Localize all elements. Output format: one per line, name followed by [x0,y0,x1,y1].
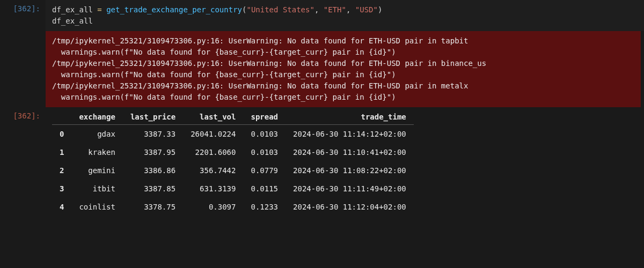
cell-idx: 0 [52,125,71,144]
col-last-price: last_price [123,109,183,125]
warn-line: /tmp/ipykernel_25321/3109473306.py:16: U… [52,81,468,90]
cell-trade-time: 2024-06-30 11:11:49+02:00 [286,180,414,198]
output-prompt-label: [362]: [0,107,46,124]
warn-line: /tmp/ipykernel_25321/3109473306.py:16: U… [52,59,486,68]
code-sep1: , [314,5,324,14]
table-row: 4 coinlist 3378.75 0.3097 0.1233 2024-06… [52,198,414,216]
table-row: 1 kraken 3387.95 2201.6060 0.0103 2024-0… [52,143,414,161]
input-prompt-label: [362]: [0,0,46,17]
cell-spread: 0.0779 [243,161,286,180]
cell-spread: 0.0115 [243,180,286,198]
cell-exchange: gemini [71,161,122,180]
col-trade-time: trade_time [286,109,414,125]
cell-last-price: 3387.85 [123,180,183,198]
cell-trade-time: 2024-06-30 11:14:12+02:00 [286,125,414,144]
cell-spread: 0.0103 [243,143,286,161]
code-fn: get_trade_exchange_per_country [106,5,242,14]
cell-last-price: 3387.95 [123,143,183,161]
dataframe-table: exchange last_price last_vol spread trad… [52,109,414,216]
table-row: 3 itbit 3387.85 631.3139 0.0115 2024-06-… [52,180,414,198]
cell-last-price: 3386.86 [123,161,183,180]
table-header-row: exchange last_price last_vol spread trad… [52,109,414,125]
cell-last-vol: 2201.6060 [183,143,243,161]
code-arg3: "USD" [355,5,378,14]
warn-line: /tmp/ipykernel_25321/3109473306.py:16: U… [52,36,468,45]
code-var: df_ex_all [52,5,93,14]
dataframe-output: exchange last_price last_vol spread trad… [46,107,644,216]
table-row: 2 gemini 3386.86 356.7442 0.0779 2024-06… [52,161,414,180]
cell-trade-time: 2024-06-30 11:10:41+02:00 [286,143,414,161]
cell-exchange: itbit [71,180,122,198]
code-close: ) [378,5,382,14]
cell-exchange: coinlist [71,198,122,216]
cell-trade-time: 2024-06-30 11:12:04+02:00 [286,198,414,216]
col-exchange: exchange [71,109,122,125]
cell-spread: 0.0103 [243,125,286,144]
warn-line: warnings.warn(f"No data found for {base_… [52,93,396,101]
col-idx [52,109,71,125]
cell-last-vol: 356.7442 [183,161,243,180]
cell-idx: 3 [52,180,71,198]
code-input[interactable]: df_ex_all = get_trade_exchange_per_count… [46,0,644,31]
cell-spread: 0.1233 [243,198,286,216]
cell-last-vol: 631.3139 [183,180,243,198]
warn-line: warnings.warn(f"No data found for {base_… [52,48,396,56]
stderr-prompt-spacer [0,31,46,40]
code-arg2: "ETH" [324,5,346,14]
warning-output: /tmp/ipykernel_25321/3109473306.py:16: U… [46,31,641,107]
col-last-vol: last_vol [183,109,243,125]
cell-exchange: kraken [71,143,122,161]
col-spread: spread [243,109,286,125]
code-sep2: , [346,5,355,14]
cell-last-vol: 26041.0224 [183,125,243,144]
code-arg1: "United States" [246,5,314,14]
cell-idx: 2 [52,161,71,180]
input-cell: [362]: df_ex_all = get_trade_exchange_pe… [0,0,644,31]
cell-last-price: 3378.75 [123,198,183,216]
code-op: = [93,5,106,14]
cell-exchange: gdax [71,125,122,144]
table-row: 0 gdax 3387.33 26041.0224 0.0103 2024-06… [52,125,414,144]
cell-last-price: 3387.33 [123,125,183,144]
cell-idx: 4 [52,198,71,216]
cell-trade-time: 2024-06-30 11:08:22+02:00 [286,161,414,180]
stderr-cell: /tmp/ipykernel_25321/3109473306.py:16: U… [0,31,644,107]
cell-last-vol: 0.3097 [183,198,243,216]
cell-idx: 1 [52,143,71,161]
output-cell: [362]: exchange last_price last_vol spre… [0,107,644,216]
code-line2: df_ex_all [52,17,93,25]
warn-line: warnings.warn(f"No data found for {base_… [52,70,396,79]
